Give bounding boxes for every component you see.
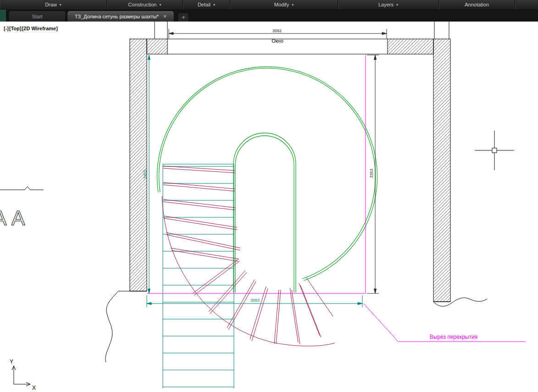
outer-rail-arc [157, 67, 377, 281]
right-wall [433, 39, 450, 302]
menu-modify[interactable]: Modify ▾ [230, 0, 338, 9]
dim-text-left-height: 3455 [143, 170, 147, 179]
ucs-y-label: Y [10, 359, 13, 365]
chevron-down-icon: ▾ [292, 3, 294, 7]
dim-arrow [358, 303, 362, 305]
plus-icon: + [182, 14, 185, 21]
menu-modify-label: Modify [274, 2, 289, 7]
close-icon[interactable]: × [163, 13, 167, 19]
dim-text-opening-width: 3093 [250, 298, 260, 303]
stair-rails-green [157, 67, 377, 293]
straight-flight-treads [163, 164, 234, 388]
ucs-x-axis [14, 382, 30, 386]
ucs-icon: Y X [10, 359, 36, 391]
tab-drawing-label: ТЗ_Долина сетунь размеры шахты* [75, 14, 159, 19]
new-tab-button[interactable]: + [177, 12, 189, 22]
drawing-svg: A A Вы [0, 22, 538, 392]
tab-start[interactable]: Start [8, 11, 66, 22]
inner-rail-outline-inner-line [235, 136, 294, 293]
ucs-y-axis [12, 366, 16, 384]
dimensions-dark: 3082 Окно 3353 [169, 28, 387, 293]
menu-construction-label: Construction [128, 2, 157, 7]
menu-draw[interactable]: Draw ▾ [0, 0, 107, 9]
menu-layers[interactable]: Layers ▾ [338, 0, 439, 9]
viewport-view-control[interactable]: [Top] [9, 26, 22, 31]
section-letter-a-partial: A [0, 207, 7, 229]
floor-cut-label: Вырез перекрытия [430, 334, 477, 340]
dim-arrow [382, 33, 387, 35]
menu-layers-label: Layers [378, 2, 394, 7]
crosshair-cursor [475, 131, 514, 170]
menu-annotation-label: Annotation [465, 2, 489, 7]
app-badge [0, 10, 6, 22]
dim-text-window-width: 3082 [272, 28, 282, 33]
dim-arrow [148, 289, 150, 293]
chevron-down-icon: ▾ [159, 3, 161, 7]
section-markers: A A [0, 207, 25, 229]
viewport-minimize-control[interactable]: [-] [4, 26, 9, 31]
right-wall-jamb [388, 39, 433, 54]
chevron-down-icon: ▾ [60, 3, 61, 7]
dim-arrow [147, 303, 151, 305]
ucs-x-label: X [32, 385, 36, 391]
section-cut-line [0, 187, 44, 190]
dimensions-teal: 3455 3093 [143, 55, 362, 307]
chevron-down-icon: ▾ [213, 3, 215, 7]
dim-arrow [374, 55, 377, 60]
menu-detail-label: Detail [198, 2, 211, 7]
upper-wall-edges [155, 22, 449, 39]
inner-rail-outline [233, 133, 296, 293]
left-wall-jamb [147, 39, 167, 54]
window-label: Окно [272, 38, 283, 44]
dim-text-right-height: 3353 [369, 169, 374, 178]
menu-construction[interactable]: Construction ▾ [107, 0, 183, 9]
menu-bar-filler [515, 0, 538, 9]
menu-bar: Draw ▾ Construction ▾ Detail ▾ Modify ▾ … [0, 0, 538, 9]
winder-tread-edges-left [163, 166, 240, 261]
dim-arrow [148, 55, 150, 60]
drawing-tab-bar: Start ТЗ_Долина сетунь размеры шахты* × … [0, 9, 538, 22]
tab-drawing-active[interactable]: ТЗ_Долина сетунь размеры шахты* × [67, 11, 174, 22]
tab-start-label: Start [32, 14, 42, 19]
menu-draw-label: Draw [45, 2, 57, 7]
chevron-down-icon: ▾ [396, 3, 398, 7]
outer-rail-arc-inner-line [159, 68, 376, 279]
menu-annotation[interactable]: Annotation [439, 0, 515, 9]
section-letter-a: A [11, 207, 25, 229]
left-wall [130, 39, 147, 291]
pickbox [492, 148, 497, 153]
viewport-controls: [-] [Top] [2D Wireframe] [4, 26, 58, 31]
winder-tread-edges-fan [193, 259, 333, 344]
dim-arrow [374, 289, 377, 293]
straight-flight-lines [163, 164, 234, 388]
floor-cut-outline [147, 55, 366, 293]
winder-outer-edge-spiral [162, 196, 335, 346]
wall-bottom-edges [118, 291, 450, 302]
dim-arrow [169, 33, 173, 35]
menu-detail[interactable]: Detail ▾ [183, 0, 230, 9]
model-space-canvas[interactable]: [-] [Top] [2D Wireframe] [0, 22, 538, 392]
autocad-window: Draw ▾ Construction ▾ Detail ▾ Modify ▾ … [0, 0, 538, 392]
shaft-walls [0, 22, 487, 362]
viewport-visual-style-control[interactable]: [2D Wireframe] [22, 26, 58, 31]
break-line-left [105, 292, 118, 362]
